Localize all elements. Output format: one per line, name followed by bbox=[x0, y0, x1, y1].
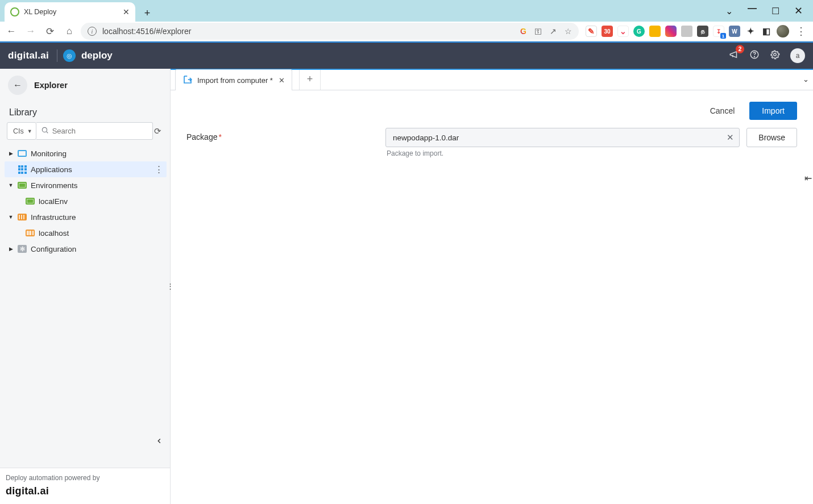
home-icon[interactable]: ⌂ bbox=[61, 23, 77, 39]
address-bar[interactable]: i localhost:4516/#/explorer G ⚿ ↗ ☆ bbox=[81, 23, 579, 40]
monitor-icon bbox=[17, 149, 27, 158]
minimize-icon[interactable]: — bbox=[748, 3, 757, 14]
clear-input-icon[interactable]: ✕ bbox=[727, 132, 734, 143]
ext-instagram-icon[interactable] bbox=[665, 26, 677, 37]
settings-gear-icon[interactable] bbox=[770, 49, 780, 62]
profile-avatar-icon[interactable] bbox=[777, 25, 789, 38]
workspace-tabstrip: Import from computer * ✕ + ⌄ bbox=[171, 69, 813, 90]
package-label: Package* bbox=[186, 128, 380, 141]
forward-icon[interactable]: → bbox=[23, 23, 39, 39]
caret-down-icon: ▼ bbox=[27, 128, 32, 134]
apps-icon bbox=[17, 165, 27, 174]
tab-favicon bbox=[10, 7, 19, 16]
tree-node-monitoring[interactable]: ▶ Monitoring bbox=[5, 145, 167, 161]
ext-grammarly-icon[interactable]: G bbox=[633, 26, 645, 37]
extensions-puzzle-icon[interactable]: ✦ bbox=[745, 26, 756, 37]
tree-node-localhost[interactable]: localhost bbox=[5, 225, 167, 241]
sidebar-header: ← Explorer bbox=[0, 69, 170, 102]
maximize-icon[interactable]: ☐ bbox=[771, 6, 779, 16]
tab-close-icon[interactable]: ✕ bbox=[123, 7, 130, 16]
user-avatar[interactable]: a bbox=[790, 48, 805, 63]
node-label: Infrastructure bbox=[31, 213, 76, 222]
notification-badge: 2 bbox=[736, 45, 744, 53]
ext-calendar-icon[interactable]: 30 bbox=[602, 26, 613, 37]
sidebar-footer: Deploy automation powered by digital.ai bbox=[0, 468, 170, 504]
brand-primary: digital.ai bbox=[8, 50, 49, 61]
tab-close-icon[interactable]: ✕ bbox=[279, 76, 285, 85]
help-icon[interactable] bbox=[749, 49, 760, 62]
caret-right-icon: ▶ bbox=[8, 246, 14, 252]
configuration-icon: ✻ bbox=[17, 244, 27, 253]
star-icon[interactable]: ☆ bbox=[565, 27, 572, 36]
resize-handle-icon[interactable]: ⋮ bbox=[167, 282, 174, 290]
filter-cis-button[interactable]: CIs ▼ bbox=[7, 122, 36, 140]
extension-icons: ✎ 30 ⌄ G த ↧1 W ✦ ◧ ⋮ bbox=[582, 25, 808, 38]
tree-node-environments[interactable]: ▼ Environments bbox=[5, 177, 167, 193]
search-input[interactable] bbox=[52, 127, 148, 135]
url-text: localhost:4516/#/explorer bbox=[102, 27, 191, 36]
omnibox-actions: G ⚿ ↗ ☆ bbox=[520, 27, 572, 36]
close-window-icon[interactable]: ✕ bbox=[794, 5, 803, 17]
package-hint: Package to import. bbox=[385, 149, 797, 157]
import-icon bbox=[182, 74, 193, 86]
ext-tamil-icon[interactable]: த bbox=[697, 26, 708, 37]
ext-keep-icon[interactable] bbox=[649, 26, 661, 37]
header-actions: 2 a bbox=[729, 48, 805, 63]
caret-down-icon: ▼ bbox=[8, 182, 14, 188]
new-tab-button[interactable]: + bbox=[139, 5, 156, 22]
package-input-row: ✕ Browse bbox=[385, 128, 797, 147]
tree-node-localenv[interactable]: localEnv bbox=[5, 193, 167, 209]
dropdown-caret-icon[interactable]: ⌄ bbox=[725, 6, 733, 16]
google-g-icon[interactable]: G bbox=[520, 27, 526, 36]
ext-pin-icon[interactable]: ↧1 bbox=[713, 26, 724, 37]
sidebar-tools: CIs ▼ ⟳ bbox=[0, 122, 170, 143]
package-field-col: ✕ Browse Package to import. bbox=[385, 128, 797, 157]
sidebar-section-label: Library bbox=[0, 102, 170, 122]
sidebar-search[interactable] bbox=[36, 122, 153, 140]
right-panel-toggle-icon[interactable]: ⇤ bbox=[804, 173, 812, 184]
tree-node-applications[interactable]: Applications ⋮ bbox=[5, 161, 167, 177]
label-text: Package bbox=[186, 132, 217, 141]
ext-translate-icon[interactable]: ✎ bbox=[586, 26, 597, 37]
brand-block[interactable]: digital.ai ◎ deploy bbox=[8, 49, 113, 62]
browser-toolbar: ← → ⟳ ⌂ i localhost:4516/#/explorer G ⚿ … bbox=[0, 22, 813, 41]
workspace-tab-import[interactable]: Import from computer * ✕ bbox=[175, 69, 292, 90]
workspace-add-tab-button[interactable]: + bbox=[299, 69, 321, 90]
brand-product: deploy bbox=[81, 50, 113, 61]
cancel-button[interactable]: Cancel bbox=[706, 103, 740, 119]
node-more-icon[interactable]: ⋮ bbox=[155, 164, 163, 174]
sidebar-back-icon[interactable]: ← bbox=[8, 76, 27, 95]
ext-word-icon[interactable]: W bbox=[729, 26, 740, 37]
tree-node-configuration[interactable]: ▶ ✻ Configuration bbox=[5, 241, 167, 257]
back-icon[interactable]: ← bbox=[3, 23, 19, 39]
app-header: digital.ai ◎ deploy 2 a bbox=[0, 41, 813, 69]
tree-node-infrastructure[interactable]: ▼ Infrastructure bbox=[5, 209, 167, 225]
share-icon[interactable]: ↗ bbox=[550, 27, 557, 36]
sidebar-title: Explorer bbox=[34, 81, 68, 90]
side-panel-icon[interactable]: ◧ bbox=[761, 26, 772, 37]
import-button[interactable]: Import bbox=[749, 102, 797, 120]
refresh-tree-icon[interactable]: ⟳ bbox=[153, 126, 163, 136]
site-info-icon[interactable]: i bbox=[88, 27, 97, 36]
window-controls: ⌄ — ☐ ✕ bbox=[725, 0, 813, 22]
package-input[interactable] bbox=[385, 128, 740, 147]
ext-generic-icon[interactable] bbox=[681, 26, 692, 37]
browse-button[interactable]: Browse bbox=[746, 128, 797, 147]
ext-badge: 1 bbox=[720, 33, 726, 39]
form-actions: Cancel Import bbox=[171, 90, 813, 126]
environments-icon bbox=[17, 181, 27, 190]
caret-right-icon: ▶ bbox=[8, 151, 14, 156]
deploy-badge-icon: ◎ bbox=[63, 49, 76, 62]
sidebar-collapse-icon[interactable] bbox=[155, 437, 163, 447]
host-icon bbox=[25, 228, 35, 238]
announcements-icon[interactable]: 2 bbox=[729, 49, 739, 62]
tabstrip-overflow-icon[interactable]: ⌄ bbox=[798, 69, 813, 90]
caret-down-icon: ▼ bbox=[8, 214, 14, 220]
reload-icon[interactable]: ⟳ bbox=[42, 23, 58, 39]
browser-menu-icon[interactable]: ⋮ bbox=[794, 25, 808, 38]
ext-pocket-icon[interactable]: ⌄ bbox=[617, 26, 629, 37]
key-icon[interactable]: ⚿ bbox=[534, 27, 542, 36]
tab-title: XL Deploy bbox=[24, 8, 56, 16]
browser-tab-active[interactable]: XL Deploy ✕ bbox=[5, 2, 135, 22]
workspace-tab-label: Import from computer * bbox=[197, 76, 273, 85]
